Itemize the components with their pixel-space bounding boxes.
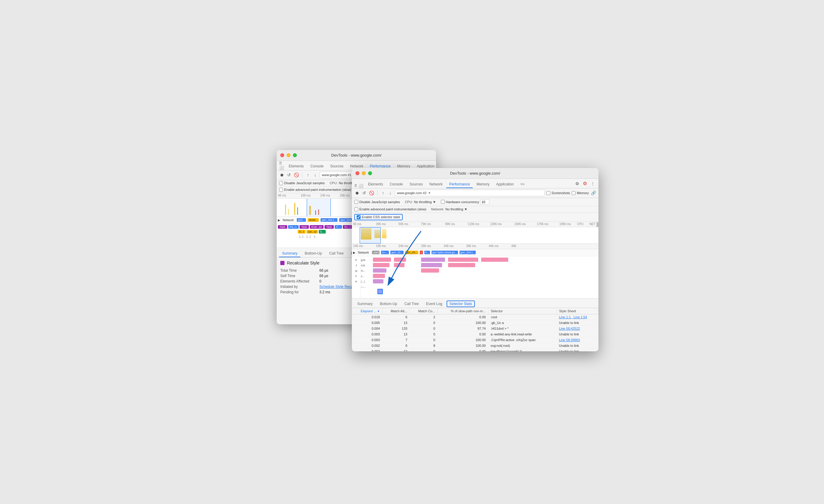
col-stylesheet-front[interactable]: Style Sheet: [557, 308, 599, 314]
maximize-button-front[interactable]: [368, 171, 372, 175]
col-pct-front[interactable]: % of slow-path non-m...: [437, 308, 488, 314]
disable-js-input-front[interactable]: [354, 200, 358, 204]
address-chevron-front[interactable]: ▼: [428, 191, 431, 195]
network-expand-front[interactable]: ▶: [353, 251, 355, 254]
flame-label-H-front: H: [352, 279, 360, 284]
r-mark2-8-front: 496: [511, 244, 516, 248]
css-selector-stats-check-front[interactable]: [357, 215, 360, 219]
tab-more-front[interactable]: >>: [518, 181, 528, 188]
link-icon-front[interactable]: 🔗: [591, 190, 596, 196]
bottom-tab-bottomup-back[interactable]: Bottom-Up: [302, 250, 325, 257]
settings-icon-front[interactable]: ⚙: [574, 180, 581, 187]
tab-elements-front[interactable]: Elements: [365, 181, 386, 188]
flame-block-task3-back: Task: [324, 225, 334, 229]
table-row[interactable]: 0.005 13 0 100.00 .gb_Uc a Unable to lin…: [352, 320, 599, 326]
record-icon-front[interactable]: ⏺: [354, 190, 360, 196]
disable-js-check-front[interactable]: Disable JavaScript samples: [354, 200, 400, 204]
hw-concurrency-label-front: Hardware concurrency: [446, 200, 479, 204]
refresh-icon-front[interactable]: ↺: [362, 190, 367, 196]
refresh-icon-back[interactable]: ↺: [286, 172, 292, 177]
gear-red-icon-front[interactable]: ⚙: [582, 180, 588, 187]
more-icon-front[interactable]: ⋮: [590, 180, 596, 187]
disable-js-check-back[interactable]: Disable JavaScript samples: [279, 181, 325, 185]
advanced-paint-input-back[interactable]: [279, 188, 283, 192]
col-selector-front[interactable]: Selector: [488, 308, 557, 314]
summary-key-totaltime-back: Total Time: [280, 268, 319, 273]
network-expand-back[interactable]: ▶: [278, 219, 280, 222]
tab-network-front[interactable]: Network: [426, 181, 446, 188]
bottom-tab-calltree-front[interactable]: Call Tree: [402, 300, 422, 308]
record-icon-back[interactable]: ⏺: [279, 172, 285, 177]
cpu-select-front[interactable]: No throttling ▼: [414, 200, 436, 204]
summary-key-elements-back: Elements Affected: [280, 279, 319, 283]
cell-stylesheet-0[interactable]: Line 1:1 , Line 1:54: [557, 314, 599, 320]
tab-sources-back[interactable]: Sources: [327, 163, 346, 170]
bottom-tab-calltree-back[interactable]: Call Tree: [326, 250, 347, 257]
cell-stylesheet-4[interactable]: Line 58:39963: [557, 337, 599, 343]
cell-stylesheet-2[interactable]: Line 58:42522: [557, 326, 599, 331]
tab-console-back[interactable]: Console: [307, 163, 327, 170]
close-button-front[interactable]: [355, 171, 359, 175]
cell-pct-4: 100.00: [437, 337, 488, 343]
table-row[interactable]: 0.003 13 0 0.00 a:-webkit-any-link:read-…: [352, 331, 599, 337]
advanced-paint-check-back[interactable]: Enable advanced paint instrumentation (s…: [279, 188, 351, 192]
screenshots-check-front[interactable]: [546, 191, 550, 195]
bottom-tab-summary-front[interactable]: Summary: [354, 300, 376, 308]
upload-icon-back[interactable]: ↑: [305, 172, 311, 177]
memory-checkbox-front[interactable]: Memory: [572, 191, 589, 195]
tab-console-front[interactable]: Console: [387, 181, 406, 188]
close-button-back[interactable]: [280, 153, 284, 157]
window-controls-back[interactable]: [280, 153, 297, 157]
col-matchatt-front[interactable]: Match Att...: [382, 308, 410, 314]
devtools-icons-front[interactable]: ⠿ ⬜: [354, 183, 363, 188]
tab-sources-front[interactable]: Sources: [407, 181, 426, 188]
address-bar-front[interactable]: www.google.com #2 ▼: [395, 190, 545, 196]
bottom-tab-selectorstats-front[interactable]: Selector Stats: [446, 300, 475, 307]
disable-js-input-back[interactable]: [279, 181, 283, 185]
table-row[interactable]: 0.004 133 0 97.74 .HG1dvd > * Line 58:42…: [352, 326, 599, 331]
hw-concurrency-value-input-front[interactable]: [480, 199, 489, 205]
maximize-button-back[interactable]: [293, 153, 297, 157]
tab-memory-front[interactable]: Memory: [473, 181, 492, 188]
col-elapsed-front[interactable]: Elapsed ...: [352, 308, 382, 314]
net-item-3-front: gen_20...: [390, 251, 404, 254]
minimize-button-front[interactable]: [362, 171, 366, 175]
screenshots-label-front: Screenshots: [551, 191, 570, 195]
network-select-front[interactable]: No throttling ▼: [445, 207, 467, 211]
hw-concurrency-check-front[interactable]: Hardware concurrency: [441, 199, 490, 205]
tab-application-front[interactable]: Application: [493, 181, 517, 188]
bottom-tab-bottomup-front[interactable]: Bottom-Up: [377, 300, 400, 308]
table-row[interactable]: 0.002 8 8 100.00 svg:not(:root) Unable t…: [352, 343, 599, 348]
upload-icon-front[interactable]: ↑: [381, 190, 386, 196]
table-row[interactable]: 0.003 7 0 100.00 .CqmPRe:active .oXqZxc …: [352, 337, 599, 343]
network-item-3-back: gen_204 (...: [321, 218, 337, 222]
selected-flame-block-front[interactable]: [378, 289, 383, 294]
flame-label-F-front: F: [352, 274, 360, 279]
devtools-icons-back[interactable]: ⠿ ⬜: [279, 161, 284, 170]
cell-matchco-1: 0: [410, 320, 437, 326]
memory-check-front[interactable]: [572, 191, 576, 195]
address-text-back: www.google.com #1: [322, 173, 351, 177]
table-row[interactable]: 0.002 12 0 0.00 input[type="search" i] U…: [352, 348, 599, 351]
window-controls-front[interactable]: [355, 171, 372, 175]
advanced-paint-input-front[interactable]: [354, 207, 358, 211]
download-icon-front[interactable]: ↓: [388, 190, 393, 196]
tab-performance-front[interactable]: Performance: [446, 181, 473, 188]
tab-elements-back[interactable]: Elements: [286, 163, 307, 170]
flame-block-p3-back: (...: [312, 235, 319, 238]
clear-icon-back[interactable]: 🚫: [294, 172, 299, 177]
screenshots-checkbox-front[interactable]: Screenshots: [546, 191, 570, 195]
minimize-button-back[interactable]: [287, 153, 291, 157]
network-group-front: Network: No throttling ▼: [431, 207, 468, 211]
table-row[interactable]: 0.018 6 2 0.00 :root Line 1:1 , Line 1:5…: [352, 314, 599, 320]
advanced-paint-check-front[interactable]: Enable advanced paint instrumentation (s…: [354, 207, 426, 211]
clear-icon-front[interactable]: 🚫: [369, 190, 374, 196]
col-matchco-front[interactable]: Match Co...: [410, 308, 437, 314]
r-mark-5-front: 996 ms: [445, 222, 455, 226]
css-selector-stats-container-front[interactable]: Enable CSS selector stats: [354, 214, 403, 220]
download-icon-back[interactable]: ↓: [312, 172, 318, 177]
hw-concurrency-input-front[interactable]: [441, 200, 445, 204]
bottom-tab-summary-back[interactable]: Summary: [279, 250, 300, 257]
table-container-front[interactable]: Elapsed ... Match Att... Match Co... % o…: [352, 308, 599, 351]
bottom-tab-eventlog-front[interactable]: Event Log: [423, 300, 445, 308]
